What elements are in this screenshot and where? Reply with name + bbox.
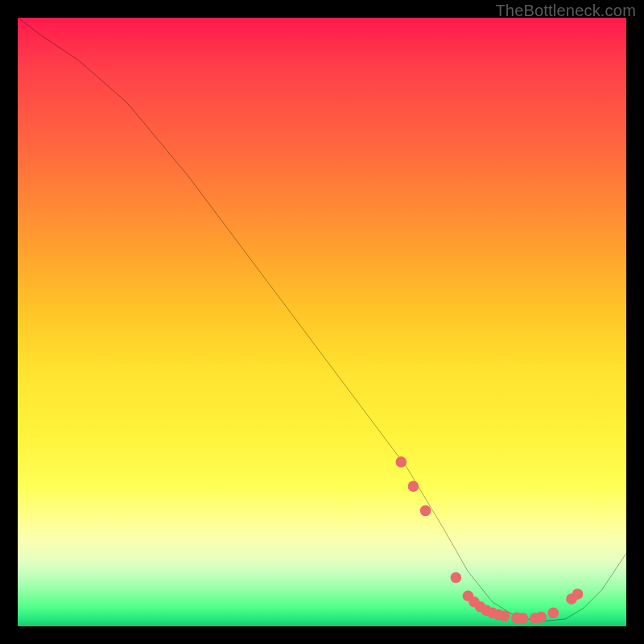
- chart-svg: [18, 18, 626, 626]
- marker-dot: [395, 456, 407, 468]
- marker-dots: [395, 456, 583, 624]
- marker-dot: [408, 481, 419, 492]
- marker-dot: [535, 612, 547, 623]
- chart-frame: TheBottleneck.com: [0, 0, 644, 644]
- marker-dot: [451, 572, 462, 584]
- marker-dot: [572, 588, 584, 600]
- plot-area: [18, 18, 626, 626]
- marker-dot: [518, 613, 529, 624]
- bottleneck-curve: [18, 18, 626, 621]
- marker-dot: [547, 608, 559, 619]
- marker-dot: [499, 610, 510, 621]
- marker-dot: [420, 506, 431, 517]
